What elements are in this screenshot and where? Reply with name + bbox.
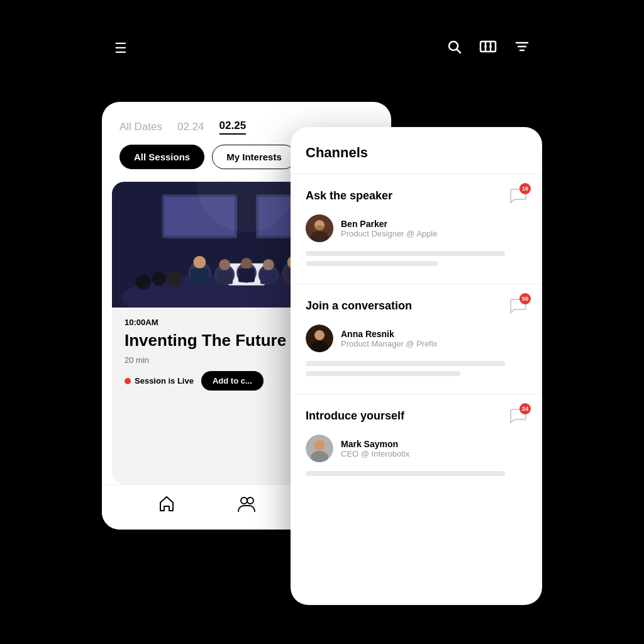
- channels-panel: Channels Ask the speaker 16: [291, 127, 542, 605]
- channel-title-row-2: Join a conversation 50: [306, 297, 527, 314]
- person-role-2: Product Manager @ Prefix: [341, 339, 437, 348]
- channel-title-1: Ask the speaker: [306, 189, 392, 203]
- svg-point-39: [247, 497, 253, 504]
- channel-ask-speaker: Ask the speaker 16: [291, 174, 542, 284]
- channel-title-row-1: Ask the speaker 16: [306, 187, 527, 204]
- svg-rect-22: [216, 270, 233, 284]
- live-dot: [125, 378, 131, 384]
- chat-badge-2[interactable]: 50: [509, 297, 527, 314]
- person-name-2: Anna Resnik: [341, 329, 437, 339]
- skeleton-line-2: [306, 261, 438, 266]
- svg-point-52: [314, 440, 325, 450]
- person-1: Ben Parker Product Designer @ Apple: [306, 214, 527, 242]
- live-badge: Session is Live: [125, 376, 194, 386]
- skeleton-line-1: [306, 251, 505, 256]
- person-info-1: Ben Parker Product Designer @ Apple: [341, 219, 437, 238]
- people-nav-icon[interactable]: [237, 495, 256, 517]
- badge-2: 50: [519, 293, 531, 304]
- channel-title-2: Join a conversation: [306, 299, 412, 313]
- chat-badge-1[interactable]: 16: [509, 187, 527, 204]
- svg-rect-28: [260, 270, 277, 284]
- home-nav-icon[interactable]: [158, 495, 175, 517]
- skeleton-line-4: [306, 371, 460, 376]
- person-3: Mark Saymon CEO @ Interobotix: [306, 435, 527, 462]
- tab-my-interests[interactable]: My Interests: [212, 145, 296, 169]
- svg-point-24: [241, 258, 252, 269]
- tab-all-sessions[interactable]: All Sessions: [119, 145, 204, 169]
- svg-point-5: [484, 45, 487, 48]
- badge-1: 16: [519, 183, 531, 194]
- date-all[interactable]: All Dates: [119, 121, 162, 133]
- badge-3: 24: [519, 403, 531, 414]
- skeleton-line-5: [306, 471, 505, 476]
- menu-icon[interactable]: ☰: [114, 40, 127, 57]
- svg-rect-25: [238, 269, 255, 282]
- channel-title-3: Introduce yourself: [306, 409, 404, 423]
- person-role-3: CEO @ Interobotix: [341, 449, 409, 458]
- channels-header: Channels: [291, 127, 542, 174]
- svg-point-32: [136, 275, 151, 290]
- add-button[interactable]: Add to c...: [201, 371, 264, 391]
- search-icon[interactable]: [447, 39, 462, 58]
- svg-rect-19: [190, 269, 209, 284]
- toolbar: ☰: [102, 39, 542, 58]
- channel-title-row-3: Introduce yourself 24: [306, 407, 527, 425]
- person-2: Anna Resnik Product Manager @ Prefix: [306, 325, 527, 352]
- person-name-1: Ben Parker: [341, 219, 437, 229]
- svg-point-33: [152, 272, 166, 286]
- live-label: Session is Live: [135, 376, 194, 386]
- avatar-2: [306, 325, 333, 352]
- skeleton-line-3: [306, 361, 505, 366]
- person-role-1: Product Designer @ Apple: [341, 229, 437, 238]
- person-info-2: Anna Resnik Product Manager @ Prefix: [341, 329, 437, 348]
- svg-point-18: [193, 256, 206, 269]
- channel-join-conversation: Join a conversation 50 An: [291, 284, 542, 394]
- svg-point-21: [219, 259, 230, 270]
- svg-point-36: [167, 271, 183, 287]
- chat-badge-3[interactable]: 24: [509, 407, 527, 425]
- svg-point-6: [489, 45, 492, 48]
- filter-icon[interactable]: [514, 40, 530, 57]
- channel-introduce: Introduce yourself 24 Mar: [291, 394, 542, 494]
- svg-point-49: [314, 330, 325, 340]
- svg-rect-2: [480, 42, 496, 52]
- date-0225[interactable]: 02.25: [219, 119, 247, 135]
- svg-line-1: [457, 50, 461, 53]
- svg-point-27: [263, 259, 274, 270]
- avatar-1: [306, 214, 333, 242]
- avatar-3: [306, 435, 333, 462]
- svg-point-38: [241, 497, 247, 504]
- ticket-icon[interactable]: [479, 39, 497, 58]
- date-0224[interactable]: 02.24: [177, 121, 204, 133]
- person-info-3: Mark Saymon CEO @ Interobotix: [341, 439, 409, 458]
- svg-point-47: [315, 225, 324, 231]
- person-name-3: Mark Saymon: [341, 439, 409, 449]
